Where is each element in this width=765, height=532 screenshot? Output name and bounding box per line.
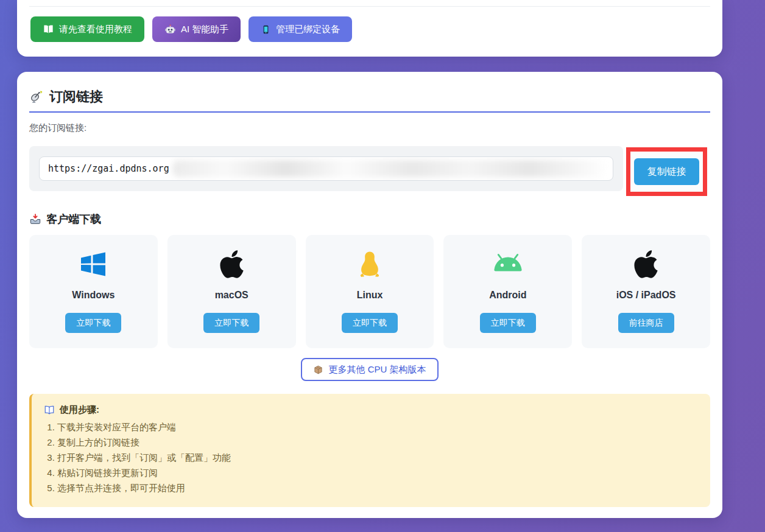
download-windows-button[interactable]: 立即下载 [65, 313, 121, 333]
download-macos-button[interactable]: 立即下载 [203, 313, 259, 333]
subscription-url-input[interactable]: https://zgai.dpdns.org [39, 156, 613, 181]
divider [29, 6, 710, 7]
platform-name: iOS / iPadOS [616, 290, 676, 301]
manage-devices-label: 管理已绑定设备 [276, 24, 340, 35]
book-icon [43, 24, 54, 35]
usage-steps-title: 使用步骤: [44, 404, 698, 416]
download-linux-button[interactable]: 立即下载 [342, 313, 398, 333]
manage-devices-button[interactable]: 管理已绑定设备 [249, 16, 352, 42]
robot-icon [164, 24, 176, 35]
red-highlight-annotation: 复制链接 [626, 147, 707, 196]
more-cpu-versions-label: 更多其他 CPU 架构版本 [328, 364, 426, 376]
platform-card-android: Android 立即下载 [443, 235, 572, 348]
usage-steps-title-text: 使用步骤: [60, 404, 99, 416]
subscription-card: 订阅链接 您的订阅链接: https://zgai.dpdns.org 复制链接… [17, 72, 722, 518]
download-tray-icon [29, 213, 41, 225]
view-tutorial-label: 请先查看使用教程 [59, 24, 132, 35]
download-android-button[interactable]: 立即下载 [480, 313, 536, 333]
downloads-title-text: 客户端下载 [46, 212, 101, 226]
subscription-url-row: https://zgai.dpdns.org 复制链接 [29, 146, 710, 195]
phone-icon [261, 24, 271, 35]
windows-icon [78, 247, 108, 281]
platform-card-linux: Linux 立即下载 [306, 235, 434, 348]
apple-icon [220, 247, 244, 281]
linux-tux-icon [356, 247, 384, 281]
subscription-url-text: https://zgai.dpdns.org [48, 163, 169, 174]
platform-grid: Windows 立即下载 macOS 立即下载 Linux 立即下载 Andro… [29, 235, 710, 348]
ai-assistant-button[interactable]: AI 智能助手 [152, 16, 241, 42]
open-book-icon [44, 405, 55, 416]
platform-card-ios: iOS / iPadOS 前往商店 [582, 235, 710, 348]
usage-step: 打开客户端，找到「订阅」或「配置」功能 [57, 453, 698, 463]
subscription-url-container: https://zgai.dpdns.org [29, 146, 623, 191]
toolbar-button-row: 请先查看使用教程 AI 智能助手 管理已绑定设备 [30, 16, 722, 42]
platform-card-macos: macOS 立即下载 [167, 235, 296, 348]
downloads-section-title: 客户端下载 [29, 212, 710, 226]
copy-link-button[interactable]: 复制链接 [634, 158, 699, 185]
package-icon [313, 365, 323, 375]
platform-name: Windows [72, 290, 115, 301]
go-to-store-button[interactable]: 前往商店 [618, 313, 674, 333]
usage-steps-list: 下载并安装对应平台的客户端 复制上方的订阅链接 打开客户端，找到「订阅」或「配置… [57, 422, 698, 493]
usage-step: 选择节点并连接，即可开始使用 [57, 483, 698, 493]
usage-step: 复制上方的订阅链接 [57, 438, 698, 447]
usage-step: 下载并安装对应平台的客户端 [57, 422, 698, 432]
subscription-url-label: 您的订阅链接: [29, 122, 710, 134]
more-cpu-versions-button[interactable]: 更多其他 CPU 架构版本 [301, 358, 438, 381]
redacted-url-blur [172, 160, 608, 177]
toolbar-card: 请先查看使用教程 AI 智能助手 管理已绑定设备 [17, 0, 722, 57]
usage-steps-box: 使用步骤: 下载并安装对应平台的客户端 复制上方的订阅链接 打开客户端，找到「订… [29, 394, 710, 507]
android-icon [491, 247, 525, 281]
subscription-title-text: 订阅链接 [49, 88, 103, 106]
ai-assistant-label: AI 智能助手 [181, 24, 228, 35]
satellite-antenna-icon [29, 89, 44, 104]
usage-step: 粘贴订阅链接并更新订阅 [57, 468, 698, 478]
platform-name: macOS [215, 290, 249, 301]
platform-name: Linux [357, 290, 383, 301]
platform-card-windows: Windows 立即下载 [29, 235, 158, 348]
apple-icon [634, 247, 658, 281]
subscription-section-title: 订阅链接 [29, 72, 710, 113]
cpu-button-row: 更多其他 CPU 架构版本 [29, 358, 710, 381]
view-tutorial-button[interactable]: 请先查看使用教程 [30, 16, 144, 42]
platform-name: Android [489, 290, 526, 301]
